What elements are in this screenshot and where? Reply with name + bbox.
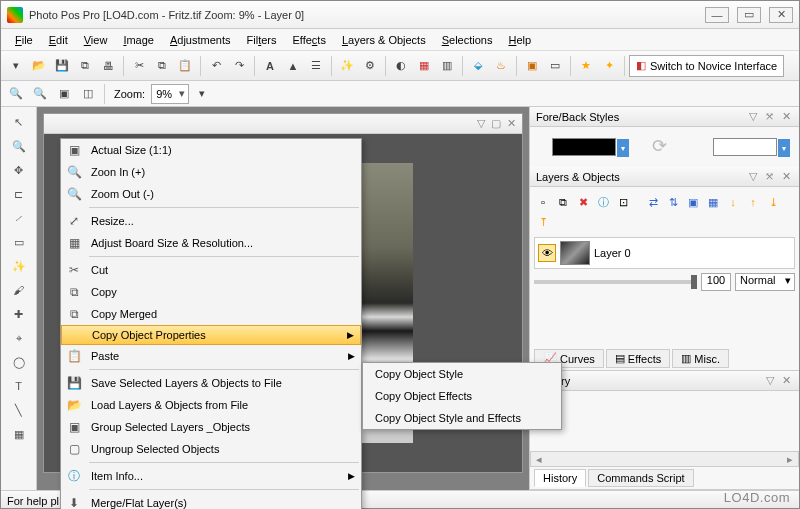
menu-help[interactable]: Help <box>500 32 539 48</box>
image-icon[interactable]: ▲ <box>282 55 304 77</box>
sub-copy-style[interactable]: Copy Object Style <box>363 363 561 385</box>
frame-icon[interactable]: ▭ <box>544 55 566 77</box>
doc-close-icon[interactable]: ✕ <box>507 117 516 130</box>
copy-icon[interactable]: ⧉ <box>151 55 173 77</box>
ctx-copy-merged[interactable]: ⧉Copy Merged <box>61 303 361 325</box>
new-layer-icon[interactable]: ▫ <box>534 193 552 211</box>
bottom-icon[interactable]: ⤓ <box>764 193 782 211</box>
layers-pin-icon[interactable]: ⤧ <box>763 170 776 183</box>
zoom-out-icon[interactable]: 🔍 <box>29 83 51 105</box>
ctx-adjust-board[interactable]: ▦Adjust Board Size & Resolution... <box>61 232 361 254</box>
tool1-icon[interactable]: ⊡ <box>614 193 632 211</box>
layer-row[interactable]: 👁 Layer 0 <box>534 237 795 269</box>
ctx-copy[interactable]: ⧉Copy <box>61 281 361 303</box>
history-scrollbar[interactable]: ◂▸ <box>530 451 799 467</box>
opacity-slider[interactable] <box>534 280 697 284</box>
foreground-swatch[interactable]: ▾ <box>552 138 616 156</box>
down-icon[interactable]: ↓ <box>724 193 742 211</box>
wand-icon[interactable]: ✨ <box>336 55 358 77</box>
star-icon[interactable]: ★ <box>575 55 597 77</box>
tab-effects[interactable]: ▤ Effects <box>606 349 670 368</box>
print-icon[interactable]: 🖶 <box>97 55 119 77</box>
rgb-icon[interactable]: ▥ <box>436 55 458 77</box>
save-icon[interactable]: 💾 <box>51 55 73 77</box>
sub-copy-both[interactable]: Copy Object Style and Effects <box>363 407 561 429</box>
novice-button[interactable]: ◧ Switch to Novice Interface <box>629 55 784 77</box>
flip-v-icon[interactable]: ⇅ <box>664 193 682 211</box>
path-tool-icon[interactable]: ⟋ <box>8 207 30 229</box>
panel-close-icon[interactable]: ✕ <box>780 110 793 123</box>
layers-icon[interactable]: ☰ <box>305 55 327 77</box>
redo-icon[interactable]: ↷ <box>228 55 250 77</box>
zoom-tool-icon[interactable]: 🔍 <box>8 135 30 157</box>
heal-tool-icon[interactable]: ✚ <box>8 303 30 325</box>
text-icon[interactable]: A <box>259 55 281 77</box>
move-tool-icon[interactable]: ✥ <box>8 159 30 181</box>
menu-selections[interactable]: Selections <box>434 32 501 48</box>
layers-close-icon[interactable]: ✕ <box>780 170 793 183</box>
zoom-select[interactable]: 9% <box>151 84 189 104</box>
clone-tool-icon[interactable]: ⌖ <box>8 327 30 349</box>
menu-edit[interactable]: Edit <box>41 32 76 48</box>
ctx-paste[interactable]: 📋Paste▶ <box>61 345 361 367</box>
menu-filters[interactable]: Filters <box>239 32 285 48</box>
top-icon[interactable]: ⤒ <box>534 213 552 231</box>
fire-icon[interactable]: ♨ <box>490 55 512 77</box>
info-layer-icon[interactable]: ⓘ <box>594 193 612 211</box>
opacity-value[interactable]: 100 <box>701 273 731 291</box>
close-button[interactable]: ✕ <box>769 7 793 23</box>
crop-tool-icon[interactable]: ⊏ <box>8 183 30 205</box>
paste-icon[interactable]: 📋 <box>174 55 196 77</box>
zoom-step-icon[interactable]: ▾ <box>191 83 213 105</box>
dup-layer-icon[interactable]: ⧉ <box>554 193 572 211</box>
ctx-item-info[interactable]: ⓘItem Info...▶ <box>61 465 361 487</box>
ctx-zoom-out[interactable]: 🔍Zoom Out (-) <box>61 183 361 205</box>
doc-max-icon[interactable]: ▢ <box>491 117 501 130</box>
ctx-group[interactable]: ▣Group Selected Layers _Objects <box>61 416 361 438</box>
visibility-icon[interactable]: 👁 <box>538 244 556 262</box>
delete-layer-icon[interactable]: ✖ <box>574 193 592 211</box>
open-icon[interactable]: 📂 <box>28 55 50 77</box>
blend-mode-select[interactable]: Normal <box>735 273 795 291</box>
pointer-tool-icon[interactable]: ↖ <box>8 111 30 133</box>
drop-icon[interactable]: ⬙ <box>467 55 489 77</box>
doc-dropdown-icon[interactable]: ▽ <box>477 117 485 130</box>
cut-icon[interactable]: ✂ <box>128 55 150 77</box>
ctx-actual-size[interactable]: ▣Actual Size (1:1) <box>61 139 361 161</box>
ctx-copy-props[interactable]: Copy Object Properties▶ <box>61 325 361 345</box>
undo-icon[interactable]: ↶ <box>205 55 227 77</box>
menu-adjustments[interactable]: Adjustments <box>162 32 239 48</box>
text-tool-icon[interactable]: T <box>8 375 30 397</box>
fill-tool-icon[interactable]: ▦ <box>8 423 30 445</box>
ctx-resize[interactable]: ⤢Resize... <box>61 210 361 232</box>
tab-misc[interactable]: ▥ Misc. <box>672 349 729 368</box>
actual-icon[interactable]: ◫ <box>77 83 99 105</box>
flip-h-icon[interactable]: ⇄ <box>644 193 662 211</box>
copy-doc-icon[interactable]: ⧉ <box>74 55 96 77</box>
zoom-in-icon[interactable]: 🔍 <box>5 83 27 105</box>
minimize-button[interactable]: — <box>705 7 729 23</box>
new-icon[interactable]: ▾ <box>5 55 27 77</box>
align-icon[interactable]: ▦ <box>704 193 722 211</box>
fit-icon[interactable]: ▣ <box>53 83 75 105</box>
panel-pin-icon[interactable]: ⤧ <box>763 110 776 123</box>
magic-tool-icon[interactable]: ✨ <box>8 255 30 277</box>
history-close-icon[interactable]: ✕ <box>780 374 793 387</box>
sparkle-icon[interactable]: ✦ <box>598 55 620 77</box>
tab-commands[interactable]: Commands Script <box>588 469 693 487</box>
menu-view[interactable]: View <box>76 32 116 48</box>
brush-tool-icon[interactable]: 🖌 <box>8 279 30 301</box>
contrast-icon[interactable]: ◐ <box>390 55 412 77</box>
menu-effects[interactable]: Effects <box>284 32 333 48</box>
up-icon[interactable]: ↑ <box>744 193 762 211</box>
maximize-button[interactable]: ▭ <box>737 7 761 23</box>
menu-layers[interactable]: Layers & Objects <box>334 32 434 48</box>
shape-tool-icon[interactable]: ◯ <box>8 351 30 373</box>
line-tool-icon[interactable]: ╲ <box>8 399 30 421</box>
ctx-cut[interactable]: ✂Cut <box>61 259 361 281</box>
swap-colors-icon[interactable]: ⟳ <box>652 135 676 159</box>
ctx-load-layers[interactable]: 📂Load Layers & Objects from File <box>61 394 361 416</box>
tab-history[interactable]: History <box>534 469 586 487</box>
photo-icon[interactable]: ▣ <box>521 55 543 77</box>
ctx-merge[interactable]: ⬇Merge/Flat Layer(s) <box>61 492 361 509</box>
